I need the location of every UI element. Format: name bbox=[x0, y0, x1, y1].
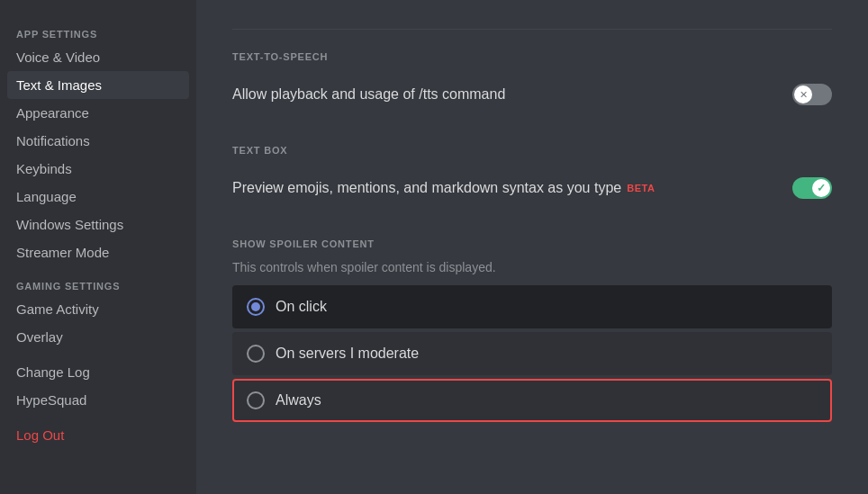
textbox-setting-text: Preview emojis, mentions, and markdown s… bbox=[232, 180, 655, 196]
sidebar-item-text-images[interactable]: Text & Images bbox=[7, 71, 189, 99]
sidebar-item-label: Voice & Video bbox=[16, 49, 100, 65]
tts-setting-row: Allow playback and usage of /tts command bbox=[232, 73, 832, 116]
main-content: TEXT-TO-SPEECH Allow playback and usage … bbox=[196, 0, 868, 494]
sidebar-item-keybinds[interactable]: Keybinds bbox=[7, 155, 189, 183]
textbox-section-label: TEXT BOX bbox=[232, 145, 832, 156]
tts-toggle[interactable] bbox=[792, 84, 832, 105]
gaming-settings-label: GAMING SETTINGS bbox=[7, 274, 189, 295]
sidebar-item-appearance[interactable]: Appearance bbox=[7, 99, 189, 127]
tts-section-label: TEXT-TO-SPEECH bbox=[232, 51, 832, 62]
spoiler-section: SHOW SPOILER CONTENT This controls when … bbox=[232, 238, 832, 422]
sidebar-item-label: Keybinds bbox=[16, 161, 72, 176]
tts-section: TEXT-TO-SPEECH Allow playback and usage … bbox=[232, 51, 832, 116]
sidebar-item-voice-video[interactable]: Voice & Video bbox=[7, 43, 189, 71]
sidebar-item-streamer-mode[interactable]: Streamer Mode bbox=[7, 238, 189, 266]
sidebar-item-change-log[interactable]: Change Log bbox=[7, 358, 189, 386]
textbox-setting-row: Preview emojis, mentions, and markdown s… bbox=[232, 166, 832, 210]
spoiler-option-on-servers[interactable]: On servers I moderate bbox=[232, 332, 832, 375]
spoiler-option-always[interactable]: Always bbox=[232, 379, 832, 422]
sidebar-item-hypesquad[interactable]: HypeSquad bbox=[7, 386, 189, 414]
tts-toggle-knob bbox=[794, 85, 812, 103]
spoiler-description: This controls when spoiler content is di… bbox=[232, 260, 832, 274]
textbox-toggle[interactable] bbox=[792, 177, 832, 199]
logout-label: Log Out bbox=[16, 427, 64, 443]
sidebar-item-label: Overlay bbox=[16, 329, 63, 345]
sidebar: APP SETTINGS Voice & Video Text & Images… bbox=[0, 0, 196, 494]
spoiler-option-on-click-label: On click bbox=[276, 299, 327, 315]
sidebar-item-game-activity[interactable]: Game Activity bbox=[7, 295, 189, 323]
spoiler-option-on-servers-label: On servers I moderate bbox=[276, 346, 419, 362]
tts-setting-text: Allow playback and usage of /tts command bbox=[232, 86, 505, 103]
textbox-toggle-knob bbox=[812, 179, 830, 197]
sidebar-item-windows-settings[interactable]: Windows Settings bbox=[7, 211, 189, 238]
sidebar-item-label: Game Activity bbox=[16, 301, 99, 317]
spoiler-section-label: SHOW SPOILER CONTENT bbox=[232, 238, 832, 249]
beta-badge: BETA bbox=[627, 183, 655, 193]
sidebar-item-label: HypeSquad bbox=[16, 392, 86, 408]
sidebar-item-label: Windows Settings bbox=[16, 217, 123, 232]
sidebar-item-label: Language bbox=[16, 189, 77, 204]
sidebar-item-logout[interactable]: Log Out bbox=[7, 421, 189, 449]
sidebar-item-label: Change Log bbox=[16, 364, 90, 380]
top-divider bbox=[232, 29, 832, 30]
radio-circle-on-servers bbox=[247, 345, 265, 363]
app-settings-label: APP SETTINGS bbox=[7, 22, 189, 43]
sidebar-item-label: Appearance bbox=[16, 105, 89, 121]
spoiler-option-always-label: Always bbox=[276, 392, 321, 409]
sidebar-item-language[interactable]: Language bbox=[7, 183, 189, 211]
textbox-section: TEXT BOX Preview emojis, mentions, and m… bbox=[232, 145, 832, 210]
radio-circle-on-click bbox=[247, 298, 265, 316]
sidebar-item-label: Notifications bbox=[16, 133, 90, 148]
sidebar-item-label: Streamer Mode bbox=[16, 245, 109, 260]
sidebar-item-overlay[interactable]: Overlay bbox=[7, 323, 189, 351]
spoiler-option-on-click[interactable]: On click bbox=[232, 285, 832, 328]
sidebar-item-notifications[interactable]: Notifications bbox=[7, 127, 189, 155]
sidebar-item-label: Text & Images bbox=[16, 77, 102, 93]
radio-circle-always bbox=[247, 391, 265, 409]
